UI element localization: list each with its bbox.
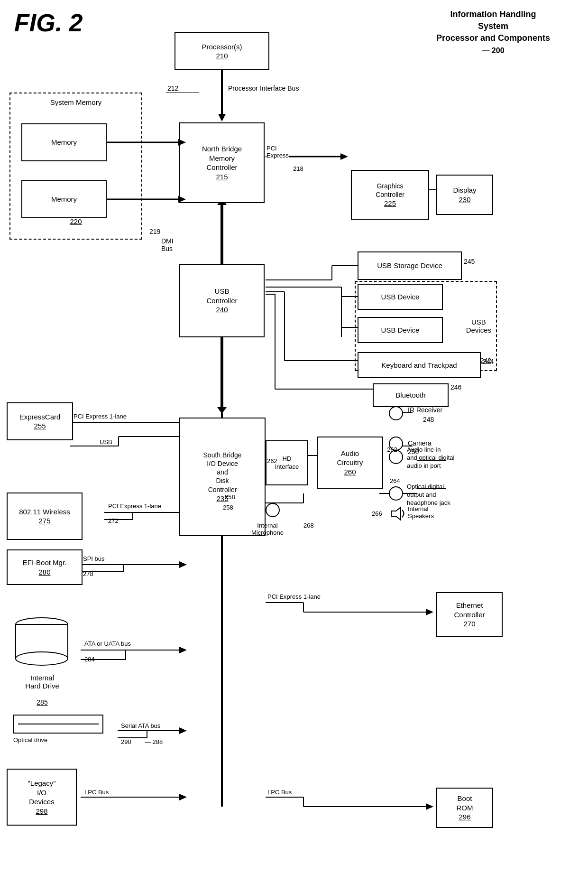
usb-controller-label: USBController	[206, 287, 237, 305]
fig-title: FIG. 2	[14, 9, 83, 37]
spi-bus-label: SPI bus	[83, 555, 105, 562]
ir-receiver-icon	[389, 406, 403, 420]
hd-interface-label: HDInterface	[275, 455, 299, 471]
usb-label: USB	[100, 438, 112, 446]
processor-interface-label: Processor Interface Bus	[227, 84, 300, 92]
internal-mic-label: InternalMicrophone	[251, 522, 284, 536]
lpc-bus-legacy-label: LPC Bus	[84, 789, 109, 796]
keyboard-box: Keyboard and Trackpad	[358, 352, 481, 378]
optical-out-label: Optical digitaloutput andheadphone jack	[407, 483, 450, 507]
efi-boot-num-278: 278	[83, 570, 93, 577]
pci-1lane-wireless-label: PCI Express 1-lane	[108, 502, 161, 510]
svg-marker-46	[179, 647, 187, 653]
processor-num: 210	[216, 51, 228, 61]
display-num: 230	[459, 195, 470, 204]
wireless-box: 802.11 Wireless 275	[7, 493, 83, 540]
usb-device1-label: USB Device	[381, 292, 420, 302]
wireless-num-272: 272	[108, 517, 119, 524]
internal-speakers-icon	[389, 505, 405, 522]
optical-num-288: — 288	[145, 738, 163, 745]
bluetooth-label: Bluetooth	[395, 390, 425, 400]
audio-circuitry-label: AudioCircuitry	[337, 449, 363, 467]
serial-ata-label: Serial ATA bus	[121, 722, 160, 729]
svg-marker-67	[426, 609, 433, 615]
display-box: Display 230	[436, 175, 493, 215]
audio-circuitry-num: 260	[344, 467, 356, 477]
memory2-label: Memory	[51, 195, 77, 204]
system-memory-num: 220	[70, 217, 82, 225]
internal-speakers-label: InternalSpeakers	[408, 505, 434, 520]
memory1-box: Memory	[21, 123, 107, 161]
internal-mic-icon	[266, 503, 280, 517]
svg-point-78	[16, 652, 68, 665]
wireless-num: 275	[38, 516, 50, 526]
pci-express-num: 218	[293, 165, 303, 172]
diagram-container: FIG. 2 Information HandlingSystemProcess…	[0, 0, 588, 883]
north-bridge-num: 215	[216, 172, 228, 182]
efi-boot-box: EFI-Boot Mgr. 280	[7, 549, 83, 585]
ata-bus-label: ATA or UATA bus	[84, 640, 131, 647]
internal-hd-icon	[13, 617, 70, 669]
usb-storage-box: USB Storage Device	[358, 251, 462, 280]
optical-out-icon	[389, 486, 403, 501]
internal-hd-num: 285	[7, 698, 78, 706]
usb-storage-label: USB Storage Device	[377, 261, 442, 270]
svg-marker-54	[179, 794, 187, 800]
legacy-io-num: 298	[36, 807, 47, 816]
info-title: Information HandlingSystemProcessor and …	[436, 9, 550, 56]
usb-controller-num: 240	[216, 305, 228, 315]
optical-num-290: 290	[121, 738, 131, 745]
usb-device1-box: USB Device	[358, 284, 443, 310]
pci-1lane-ethernet-label: PCI Express 1-lane	[267, 593, 321, 600]
graphics-label: GraphicsController	[376, 182, 404, 199]
usb-device2-label: USB Device	[381, 325, 420, 335]
lpc-bus-right-label: LPC Bus	[267, 789, 292, 796]
speakers-num2: 268	[303, 522, 314, 529]
ir-receiver-num: 248	[423, 416, 434, 423]
bluetooth-box: Bluetooth	[373, 383, 449, 407]
south-bridge-box: South BridgeI/O DeviceandDiskController …	[179, 418, 266, 536]
bluetooth-num: 246	[450, 383, 461, 391]
pci-1lane-expresscard-label: PCI Express 1-lane	[74, 413, 127, 420]
svg-marker-12	[217, 407, 227, 414]
info-title-text: Information HandlingSystemProcessor and …	[436, 9, 550, 43]
ethernet-label: EthernetController	[454, 601, 485, 619]
svg-marker-50	[179, 727, 187, 734]
svg-marker-79	[391, 507, 401, 520]
graphics-box: GraphicsController 225	[351, 170, 429, 220]
internal-mic-num: 258	[223, 504, 233, 511]
usb-storage-num: 245	[464, 258, 475, 265]
svg-marker-71	[426, 803, 433, 810]
svg-marker-42	[179, 561, 187, 568]
processor-interface-num: 212	[166, 84, 180, 92]
expresscard-box: ExpressCard 255	[7, 402, 73, 440]
processor-box: Processor(s) 210	[175, 32, 269, 70]
usb-device2-box: USB Device	[358, 317, 443, 343]
pci-express-label: PCIExpress	[266, 145, 289, 159]
expresscard-num: 255	[34, 421, 46, 431]
audio-circuitry-box: AudioCircuitry 260	[317, 437, 383, 489]
north-bridge-box: North BridgeMemoryController 215	[179, 122, 265, 203]
audio-line-in-label: Audio line-inand optical digitalaudio in…	[407, 446, 454, 470]
optical-out-num: 264	[390, 477, 400, 484]
internal-hd-label: InternalHard Drive	[7, 674, 78, 690]
ethernet-box: EthernetController 270	[436, 592, 503, 637]
expresscard-label: ExpressCard	[19, 412, 61, 422]
keyboard-label: Keyboard and Trackpad	[381, 361, 457, 370]
audio-line-in-num: 262	[387, 446, 397, 453]
graphics-num: 225	[384, 199, 396, 208]
boot-rom-box: BootROM 296	[436, 788, 493, 828]
ir-receiver-label: IR Receiver	[408, 406, 442, 414]
memory1-label: Memory	[51, 138, 77, 147]
dmi-bus-num: 219	[149, 228, 160, 235]
efi-boot-num: 280	[38, 567, 50, 577]
legacy-io-label: "Legacy"I/ODevices	[28, 779, 55, 807]
keyboard-num: 244	[483, 358, 494, 365]
north-bridge-label: North BridgeMemoryController	[202, 144, 242, 172]
hd-interface-num-262: 262	[267, 457, 277, 465]
wireless-label: 802.11 Wireless	[19, 507, 70, 517]
processor-label: Processor(s)	[202, 42, 242, 52]
speakers-num: 266	[372, 510, 382, 517]
info-num: — 200	[482, 46, 504, 55]
efi-boot-label: EFI-Boot Mgr.	[23, 558, 67, 567]
